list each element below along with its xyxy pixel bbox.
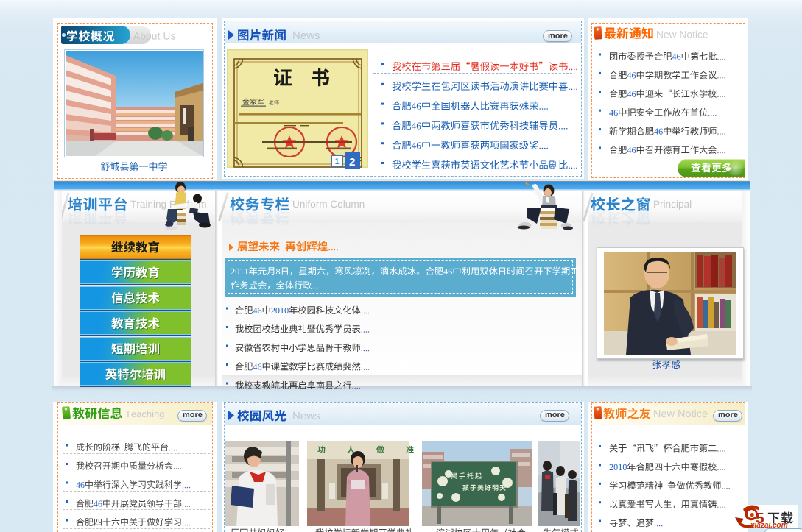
svg-text:xiazai.com: xiazai.com — [750, 521, 788, 529]
svg-text:2: 2 — [349, 155, 355, 168]
svg-text:1: 1 — [335, 157, 340, 166]
